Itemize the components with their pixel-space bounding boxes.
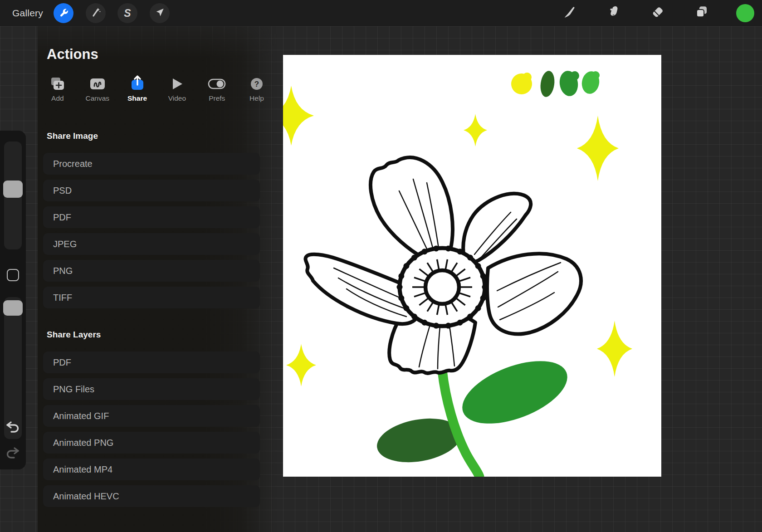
share-option-pdf[interactable]: PDF <box>43 351 260 373</box>
modify-button[interactable] <box>7 269 19 281</box>
paint-swatches <box>511 69 601 98</box>
tab-share[interactable]: Share <box>117 75 157 103</box>
share-option-png[interactable]: PNG <box>43 260 260 282</box>
panel-title: Actions <box>47 45 277 63</box>
toggle-icon <box>207 75 226 91</box>
redo-button[interactable] <box>5 447 20 460</box>
tab-video[interactable]: Video <box>157 75 197 103</box>
eraser-tool-button[interactable] <box>649 4 667 22</box>
share-option-animated-mp4[interactable]: Animated MP4 <box>43 459 260 480</box>
share-option-procreate[interactable]: Procreate <box>43 153 260 175</box>
smudge-icon <box>606 5 621 22</box>
section-header-share-image: Share Image <box>47 131 277 141</box>
tab-share-label: Share <box>127 94 147 102</box>
share-option-psd[interactable]: PSD <box>43 180 260 201</box>
opacity-slider-handle[interactable] <box>3 300 23 316</box>
share-option-tiff[interactable]: TIFF <box>43 287 260 308</box>
tab-canvas-label: Canvas <box>85 94 109 102</box>
sidebar-tool-rail <box>0 131 26 469</box>
tab-prefs-label: Prefs <box>209 94 225 102</box>
eraser-icon <box>650 5 665 22</box>
layers-tool-button[interactable] <box>693 4 711 22</box>
transform-arrow-icon <box>154 6 166 20</box>
share-option-animated-hevc[interactable]: Animated HEVC <box>43 485 260 507</box>
top-bar: Gallery S <box>0 0 762 26</box>
tab-prefs[interactable]: Prefs <box>197 75 237 103</box>
undo-button[interactable] <box>5 421 20 434</box>
share-option-pdf[interactable]: PDF <box>43 206 260 228</box>
share-layers-list: PDFPNG FilesAnimated GIFAnimated PNGAnim… <box>43 351 260 507</box>
share-image-list: ProcreatePSDPDFJPEGPNGTIFF <box>43 153 260 308</box>
tab-add-label: Add <box>51 94 64 102</box>
flower-artwork <box>283 55 661 477</box>
tab-help[interactable]: ? Help <box>237 75 277 103</box>
canvas-icon <box>89 75 106 91</box>
brush-tool-button[interactable] <box>560 4 578 22</box>
share-option-png-files[interactable]: PNG Files <box>43 378 260 400</box>
actions-tool-button[interactable] <box>54 3 73 23</box>
adjustments-tool-button[interactable] <box>86 3 106 23</box>
opacity-slider[interactable] <box>4 297 22 439</box>
add-icon <box>49 75 66 91</box>
help-icon: ? <box>249 75 264 91</box>
drawing-canvas[interactable] <box>283 55 661 477</box>
selection-s-icon: S <box>124 8 131 19</box>
svg-text:?: ? <box>254 80 259 88</box>
tab-canvas[interactable]: Canvas <box>78 75 117 103</box>
gallery-button[interactable]: Gallery <box>12 0 43 26</box>
share-option-jpeg[interactable]: JPEG <box>43 233 260 255</box>
tab-add[interactable]: Add <box>38 75 78 103</box>
share-icon <box>130 75 145 91</box>
video-play-icon <box>169 75 185 91</box>
selection-tool-button[interactable]: S <box>117 3 137 23</box>
redo-icon <box>5 454 20 462</box>
transform-tool-button[interactable] <box>150 3 170 23</box>
color-circle <box>736 4 754 22</box>
tab-video-label: Video <box>168 94 186 102</box>
brush-icon <box>562 5 577 22</box>
brush-size-slider-handle[interactable] <box>3 181 23 198</box>
color-tool-button[interactable] <box>736 4 754 22</box>
share-option-animated-gif[interactable]: Animated GIF <box>43 405 260 427</box>
magic-wand-icon <box>90 6 102 20</box>
wrench-icon <box>58 6 69 20</box>
section-header-share-layers: Share Layers <box>47 330 277 340</box>
tab-help-label: Help <box>249 94 264 102</box>
share-option-animated-png[interactable]: Animated PNG <box>43 432 260 454</box>
actions-tabs: Add Canvas Share Video <box>38 75 277 103</box>
actions-panel: Actions Add Canvas Share <box>38 26 277 532</box>
undo-icon <box>5 428 20 436</box>
smudge-tool-button[interactable] <box>604 4 622 22</box>
layers-icon <box>694 5 709 22</box>
